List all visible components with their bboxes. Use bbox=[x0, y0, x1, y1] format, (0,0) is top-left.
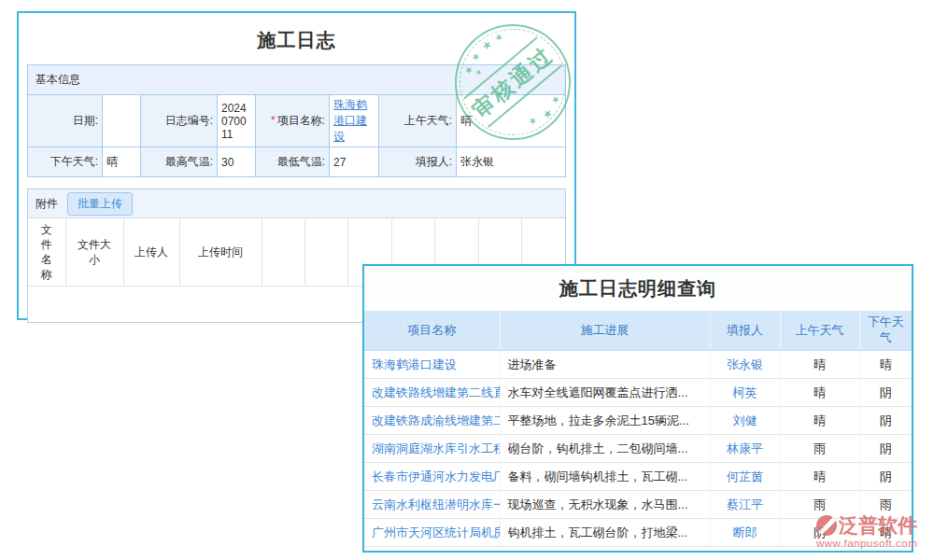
table-row: 改建铁路线增建第二线直通线 水车对全线遮阳网覆盖点进行洒... 柯英 晴 阴 bbox=[364, 379, 912, 407]
table-row: 湖南洞庭湖水库引水工程施工 砌台阶，钩机排土，二包砌间墙... 林康平 雨 阴 bbox=[364, 435, 912, 463]
reporter-link[interactable]: 断郎 bbox=[710, 519, 780, 547]
table-row: 改建铁路成渝线增建第二直通线 平整场地，拉走多余泥土15辆泥... 刘健 晴 阴 bbox=[364, 407, 912, 435]
am-weather-label: 上午天气: bbox=[379, 95, 457, 147]
project-link[interactable]: 珠海鹤港口建设 bbox=[333, 98, 367, 143]
progress-cell: 备料，砌间墙钩机排土，瓦工砌... bbox=[500, 463, 710, 491]
attach-col-filesize: 文件大小 bbox=[65, 218, 123, 287]
pm-weather-cell: 阴 bbox=[859, 407, 912, 435]
project-link[interactable]: 广州市天河区统计局机房改造项 bbox=[364, 519, 500, 547]
attach-col-empty bbox=[304, 218, 347, 287]
progress-cell: 现场巡查，无积水现象，水马围... bbox=[500, 491, 710, 519]
log-no-label: 日志编号: bbox=[141, 95, 218, 147]
am-weather-cell: 晴 bbox=[780, 379, 859, 407]
query-header-row: 项目名称 施工进展 填报人 上午天气 下午天气 bbox=[364, 311, 912, 351]
attachment-bar: 附件 批量上传 bbox=[28, 189, 565, 218]
reporter-link[interactable]: 柯英 bbox=[710, 379, 780, 407]
tmin-label: 最低气温: bbox=[256, 147, 330, 177]
attach-col-uploadtime: 上传时间 bbox=[179, 218, 262, 287]
project-value-cell: 珠海鹤港口建设 bbox=[330, 95, 379, 147]
table-row: 长春市伊通河水力发电厂改建工 备料，砌间墙钩机排土，瓦工砌... 何芷茵 晴 阴 bbox=[364, 463, 912, 491]
log-detail-query-panel: 施工日志明细查询 项目名称 施工进展 填报人 上午天气 下午天气 珠海鹤港口建设… bbox=[362, 264, 913, 553]
am-weather-cell: 晴 bbox=[780, 463, 859, 491]
reporter-label: 填报人: bbox=[379, 147, 457, 177]
col-reporter: 填报人 bbox=[710, 311, 780, 351]
project-link[interactable]: 改建铁路成渝线增建第二直通线 bbox=[364, 407, 500, 435]
tmax-label: 最高气温: bbox=[141, 147, 218, 177]
basic-info-table: 基本信息 日期: 日志编号: 2024070011 *项目名称: 珠海鹤港口建设… bbox=[27, 64, 566, 177]
vendor-name: 泛普软件 bbox=[839, 512, 917, 539]
required-asterisk: * bbox=[271, 114, 276, 127]
col-am-weather: 上午天气 bbox=[780, 311, 859, 351]
project-link[interactable]: 珠海鹤港口建设 bbox=[364, 351, 500, 379]
section-title-basic-info: 基本信息 bbox=[28, 65, 566, 95]
pm-weather-cell: 阴 bbox=[859, 435, 912, 463]
page-title: 施工日志 bbox=[19, 28, 574, 53]
am-weather-cell: 雨 bbox=[780, 435, 859, 463]
col-pm-weather: 下午天气 bbox=[859, 311, 912, 351]
project-link[interactable]: 改建铁路线增建第二线直通线 bbox=[364, 379, 500, 407]
attach-col-filename: 文件名称 bbox=[28, 218, 65, 287]
query-title: 施工日志明细查询 bbox=[364, 266, 912, 311]
tmax-value: 30 bbox=[218, 147, 256, 177]
log-no-value: 2024070011 bbox=[218, 95, 256, 147]
progress-cell: 进场准备 bbox=[500, 351, 710, 379]
project-label: *项目名称: bbox=[256, 95, 330, 147]
am-weather-value: 晴 bbox=[457, 95, 566, 147]
progress-cell: 水车对全线遮阳网覆盖点进行洒... bbox=[500, 379, 710, 407]
pm-weather-cell: 阴 bbox=[859, 463, 912, 491]
table-row: 珠海鹤港口建设 进场准备 张永银 晴 晴 bbox=[364, 351, 912, 379]
pm-weather-value: 晴 bbox=[103, 147, 141, 177]
reporter-link[interactable]: 蔡江平 bbox=[710, 491, 780, 519]
col-project-name: 项目名称 bbox=[364, 311, 500, 351]
am-weather-cell: 晴 bbox=[780, 351, 859, 379]
attach-col-uploader: 上传人 bbox=[123, 218, 179, 287]
vendor-url: www.fanpusoft.com bbox=[816, 538, 917, 549]
progress-cell: 砌台阶，钩机排土，二包砌间墙... bbox=[500, 435, 710, 463]
col-progress: 施工进展 bbox=[500, 311, 710, 351]
reporter-link[interactable]: 刘健 bbox=[710, 407, 780, 435]
date-value bbox=[103, 95, 141, 147]
reporter-link[interactable]: 林康平 bbox=[710, 435, 780, 463]
attachment-label: 附件 bbox=[35, 196, 58, 212]
reporter-link[interactable]: 何芷茵 bbox=[710, 463, 780, 491]
pm-weather-label: 下午天气: bbox=[28, 147, 103, 177]
attach-col-empty bbox=[262, 218, 304, 287]
project-link[interactable]: 云南水利枢纽潜明水库一期工程 bbox=[364, 491, 500, 519]
reporter-value: 张永银 bbox=[457, 147, 566, 177]
pm-weather-cell: 阴 bbox=[859, 379, 912, 407]
batch-upload-button[interactable]: 批量上传 bbox=[67, 192, 133, 216]
progress-cell: 平整场地，拉走多余泥土15辆泥... bbox=[500, 407, 710, 435]
reporter-link[interactable]: 张永银 bbox=[710, 351, 780, 379]
vendor-watermark: 泛普软件 www.fanpusoft.com bbox=[816, 512, 917, 549]
fanpu-logo-icon bbox=[816, 515, 837, 536]
pm-weather-cell: 晴 bbox=[859, 351, 912, 379]
project-link[interactable]: 湖南洞庭湖水库引水工程施工 bbox=[364, 435, 500, 463]
tmin-value: 27 bbox=[330, 147, 379, 177]
am-weather-cell: 晴 bbox=[780, 407, 859, 435]
progress-cell: 钩机排土，瓦工砌台阶，打地梁... bbox=[500, 519, 710, 547]
date-label: 日期: bbox=[28, 95, 103, 147]
project-link[interactable]: 长春市伊通河水力发电厂改建工 bbox=[364, 463, 500, 491]
